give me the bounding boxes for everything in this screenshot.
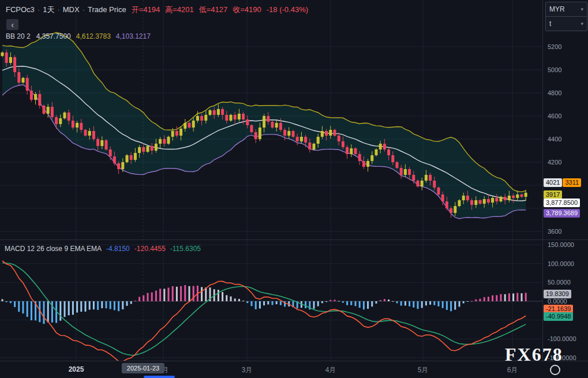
currency-value: MYR: [549, 5, 565, 13]
axis-tick-label: 50.0000: [548, 278, 571, 286]
time-tick-label: 4月: [325, 365, 336, 375]
ohlc-low: 低=4127: [199, 5, 228, 14]
price-badge-segment: 4021: [544, 178, 562, 187]
axis-tick-label: 3600: [548, 227, 561, 235]
bb-lower-value: 4,103.1217: [116, 32, 151, 40]
axis-tick-label: 4400: [548, 135, 561, 143]
price-badge-segment: 3,789.3689: [544, 209, 580, 218]
time-tick-label: 3月: [242, 365, 253, 375]
time-scrollbar-highlight[interactable]: [144, 376, 175, 378]
price-badge-segment: 3,877.8500: [544, 199, 580, 207]
legend-separator: ·: [57, 5, 59, 14]
axis-tick-label: -100.0000: [548, 335, 576, 343]
price-badge: 40213311: [544, 178, 582, 187]
fx678-logo-icon: [550, 365, 560, 375]
ohlc-open: 开=4194: [132, 5, 160, 14]
time-tick-label: 6月: [507, 365, 518, 375]
axis-tick-label: 100.0000: [548, 260, 574, 268]
unit-dropdown[interactable]: t ▾: [546, 16, 587, 31]
price-badge-segment: 3311: [563, 178, 581, 187]
axis-tick-label: 4800: [548, 89, 561, 97]
ohlc-change: -18 (-0.43%): [267, 5, 308, 14]
macd-title: MACD 12 26 close 9 EMA EMA: [5, 245, 102, 253]
price-badge: 3,789.3689: [544, 209, 580, 218]
bb-title: BB 20 2: [6, 32, 31, 40]
pane-separator[interactable]: [0, 239, 588, 240]
price-badge: 3917: [544, 190, 563, 199]
time-scale[interactable]: 20252月3月4月5月6月2025-01-23: [0, 361, 588, 378]
macd-legend[interactable]: MACD 12 26 close 9 EMA EMA-4.8150-120.44…: [5, 245, 201, 253]
fx678-watermark: FX678: [505, 344, 563, 365]
macd-indicator-pane[interactable]: [0, 239, 542, 361]
axis-tick-label: 150.0000: [548, 241, 574, 249]
axis-tick-label: 0.0000: [548, 297, 567, 305]
macd-signal-value: -115.6305: [170, 245, 201, 253]
axis-tick-label: 5000: [548, 66, 561, 74]
price-scale[interactable]: 5200500048004600440042003600150.0000100.…: [542, 0, 588, 361]
price-badge-segment: 19.8309: [544, 290, 571, 298]
symbol-legend: FCPOc3·1天·MDX·Trade Price开=4194高=4201低=4…: [6, 5, 308, 15]
ohlc-close: 收=4190: [233, 5, 261, 14]
macd-hist-value: -4.8150: [106, 245, 130, 253]
selected-date-badge: 2025-01-23: [122, 363, 164, 373]
legend-separator: ·: [83, 5, 85, 14]
legend-separator: ·: [38, 5, 40, 14]
axis-tick-label: 4600: [548, 112, 561, 120]
bb-basis-value: 4,357.7500: [36, 32, 71, 40]
chevron-down-icon: ▾: [580, 21, 583, 27]
bollinger-legend[interactable]: BB 20 24,357.75004,612.37834,103.1217: [6, 32, 151, 40]
unit-value: t: [549, 20, 551, 28]
symbol-name[interactable]: FCPOc3: [6, 5, 35, 14]
price-badge-segment: -40.9948: [544, 312, 573, 321]
price-badge: 19.8309: [544, 290, 572, 298]
macd-line-value: -120.4455: [134, 245, 166, 253]
exchange-label: MDX: [63, 5, 80, 14]
series-type-label: Trade Price: [88, 5, 126, 14]
currency-unit-selector: MYR ▾ t ▾: [545, 2, 587, 31]
back-arrow-icon: ‹: [11, 20, 14, 29]
ohlc-high: 高=4201: [165, 5, 194, 14]
time-tick-label: 2025: [69, 365, 84, 373]
axis-tick-label: 4200: [548, 158, 561, 166]
time-tick-label: 5月: [418, 365, 429, 375]
price-badge-segment: 3917: [544, 190, 562, 199]
price-badge: -40.9948: [544, 312, 574, 321]
chevron-down-icon: ▾: [580, 6, 583, 12]
back-button[interactable]: ‹: [6, 19, 18, 30]
currency-dropdown[interactable]: MYR ▾: [546, 2, 587, 16]
price-badge: 3,877.8500: [544, 199, 580, 207]
axis-tick-label: 5200: [548, 43, 561, 51]
interval-label[interactable]: 1天: [43, 5, 54, 14]
bb-upper-value: 4,612.3783: [76, 32, 111, 40]
